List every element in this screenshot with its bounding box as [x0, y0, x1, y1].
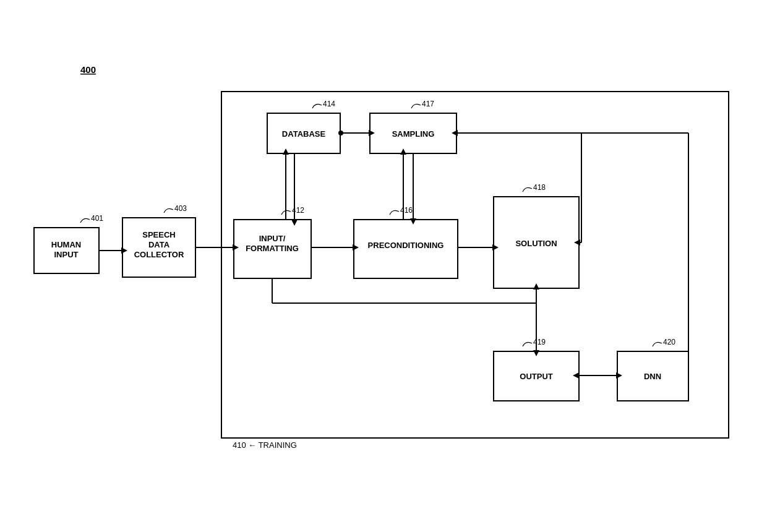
- database-label: DATABASE: [282, 129, 326, 139]
- arrow-input-db-up: [283, 148, 289, 155]
- arrow-precond-solution: [492, 244, 499, 251]
- ref-418: 418: [533, 183, 546, 192]
- diagram-title: 400: [80, 64, 96, 75]
- arrow-human-speech: [121, 247, 127, 254]
- dnn-label: DNN: [644, 372, 661, 381]
- speech-collector-label1: SPEECH: [142, 230, 175, 239]
- preconditioning-label: PRECONDITIONING: [368, 241, 444, 250]
- output-label: OUTPUT: [520, 372, 553, 381]
- input-formatting-label1: INPUT/: [259, 234, 286, 243]
- sampling-label: SAMPLING: [392, 129, 435, 139]
- human-input-label2: INPUT: [54, 250, 79, 259]
- speech-collector-label2: DATA: [148, 240, 170, 249]
- speech-collector-label3: COLLECTOR: [134, 250, 184, 259]
- ref-419: 419: [533, 338, 546, 346]
- arrow-input-precond: [353, 244, 359, 251]
- training-box: [221, 92, 729, 438]
- arrow-dnn-output: [573, 372, 579, 379]
- ref-401: 401: [91, 214, 103, 223]
- arrow-speech-input: [233, 244, 239, 251]
- input-formatting-label2: FORMATTING: [246, 244, 299, 253]
- arrow-output-dnn: [616, 372, 622, 379]
- arrow-solution-output: [533, 350, 539, 356]
- arrow-db-sampling: [369, 130, 375, 136]
- ref-417: 417: [422, 100, 434, 108]
- ref-414: 414: [323, 100, 335, 108]
- ref-416: 416: [400, 206, 413, 215]
- arrow-precond-sampling: [400, 148, 406, 155]
- arrow-sampling-precond: [410, 218, 416, 225]
- arrow-db-input-down: [291, 220, 298, 226]
- dot-db-sampling: [338, 131, 343, 135]
- diagram-container: 400 410 ← TRAINING HUMAN INPUT 401 SPEEC…: [0, 0, 767, 532]
- human-input-label: HUMAN: [51, 240, 81, 249]
- training-label: 410 ← TRAINING: [233, 440, 297, 450]
- arrow-sampling-solution: [574, 239, 580, 246]
- solution-label: SOLUTION: [515, 239, 557, 248]
- arrow-dnn-sampling-feedback: [452, 130, 458, 136]
- ref-403: 403: [174, 204, 187, 213]
- ref-420: 420: [663, 338, 675, 346]
